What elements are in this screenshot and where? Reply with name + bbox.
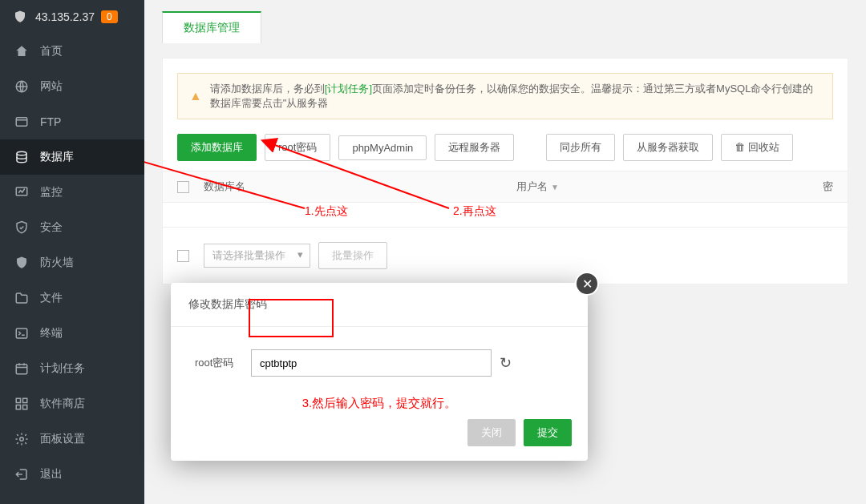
content-panel: ▲ 请添加数据库后，务必到[计划任务]页面添加定时备份任务，以确保您的数据安全。… [162,58,848,284]
svg-point-2 [17,151,26,155]
modal-close-button[interactable]: ✕ [575,272,599,296]
terminal-icon [14,326,29,341]
sidebar-item-label: 终端 [40,326,63,341]
tabs-row: 数据库管理 [144,0,866,43]
sidebar-item-cron[interactable]: 计划任务 [0,351,144,386]
root-pwd-button[interactable]: root密码 [265,134,330,161]
home-icon [14,44,29,58]
warning-bar: ▲ 请添加数据库后，务必到[计划任务]页面添加定时备份任务，以确保您的数据安全。… [177,73,833,119]
sidebar-item-security[interactable]: 安全 [0,210,144,245]
apps-icon [14,397,29,411]
batch-select[interactable]: 请选择批量操作 [204,244,310,268]
get-from-server-button[interactable]: 从服务器获取 [623,134,713,161]
batch-row: 请选择批量操作 批量操作 [163,227,848,284]
server-ip: 43.135.2.37 [35,10,95,23]
root-password-label: root密码 [195,356,251,370]
svg-point-10 [20,437,24,442]
sync-all-button[interactable]: 同步所有 [546,134,615,161]
logout-icon [14,467,29,482]
sidebar-item-firewall[interactable]: 防火墙 [0,245,144,280]
svg-rect-7 [23,398,27,402]
root-password-modal: ✕ 修改数据库密码 root密码 ↻ 3.然后输入密码，提交就行。 关闭 提交 [171,283,588,461]
col-password[interactable]: 密 [677,179,833,194]
svg-rect-1 [16,118,27,127]
sidebar-item-label: 监控 [40,185,63,200]
sidebar: 43.135.2.37 0 首页 网站 FTP 数据库 监控 安全 防火墙 文件… [0,0,144,504]
trash-icon: 🗑 [734,141,745,153]
phpmyadmin-button[interactable]: phpMyAdmin [338,135,427,160]
shield-icon [13,10,27,24]
monitor-icon [14,185,29,200]
refresh-icon[interactable]: ↻ [500,354,512,372]
cron-link[interactable]: [计划任务] [325,83,372,95]
modal-footer: 关闭 提交 [171,419,588,461]
sort-caret-icon: ▼ [551,183,559,192]
database-icon [14,150,29,164]
calendar-icon [14,361,29,376]
table-header: 数据库名 用户名▼ 密 [163,171,848,203]
warning-text: 请添加数据库后，务必到[计划任务]页面添加定时备份任务，以确保您的数据安全。温馨… [210,82,821,111]
modal-close-btn[interactable]: 关闭 [467,419,516,446]
toolbar: 添加数据库 root密码 phpMyAdmin 远程服务器 同步所有 从服务器获… [163,119,848,171]
sidebar-item-label: 防火墙 [40,256,74,270]
sidebar-item-website[interactable]: 网站 [0,69,144,104]
add-db-button[interactable]: 添加数据库 [177,134,257,161]
sidebar-item-label: 面板设置 [40,432,85,446]
sidebar-item-label: 软件商店 [40,397,85,411]
svg-rect-5 [16,365,27,374]
notification-badge[interactable]: 0 [101,10,118,23]
remote-server-button[interactable]: 远程服务器 [435,134,514,161]
sidebar-item-logout[interactable]: 退出 [0,457,144,492]
sidebar-item-home[interactable]: 首页 [0,34,144,69]
modal-body: root密码 ↻ [171,327,588,391]
col-db-name[interactable]: 数据库名 [204,179,516,194]
tab-db-manage[interactable]: 数据库管理 [162,11,261,43]
annotation-step3: 3.然后输入密码，提交就行。 [171,391,588,419]
firewall-icon [14,256,29,270]
col-username[interactable]: 用户名▼ [516,179,677,194]
batch-checkbox[interactable] [177,250,189,262]
sidebar-item-terminal[interactable]: 终端 [0,316,144,351]
recycle-button[interactable]: 🗑回收站 [721,134,793,161]
select-all-checkbox[interactable] [177,181,189,193]
sidebar-item-monitor[interactable]: 监控 [0,175,144,210]
warning-icon: ▲ [189,89,202,103]
gear-icon [14,432,29,446]
sidebar-item-files[interactable]: 文件 [0,280,144,316]
sidebar-item-label: 首页 [40,44,63,58]
root-password-input[interactable] [251,349,492,377]
svg-rect-8 [16,405,20,409]
svg-rect-4 [16,329,27,338]
globe-icon [14,79,29,94]
shield-check-icon [14,220,29,235]
sidebar-item-label: 安全 [40,220,63,235]
sidebar-item-store[interactable]: 软件商店 [0,386,144,421]
sidebar-header: 43.135.2.37 0 [0,0,144,34]
sidebar-item-database[interactable]: 数据库 [0,139,144,175]
batch-action-button[interactable]: 批量操作 [318,242,387,269]
sidebar-item-label: 数据库 [40,150,74,164]
sidebar-item-settings[interactable]: 面板设置 [0,421,144,457]
sidebar-item-ftp[interactable]: FTP [0,104,144,139]
ftp-icon [14,115,29,129]
svg-rect-6 [16,398,20,402]
sidebar-item-label: FTP [40,115,61,128]
sidebar-item-label: 退出 [40,467,63,482]
modal-submit-btn[interactable]: 提交 [524,419,572,446]
modal-title: 修改数据库密码 [171,283,588,327]
sidebar-item-label: 网站 [40,79,63,94]
sidebar-item-label: 文件 [40,291,63,305]
svg-rect-9 [23,405,27,409]
folder-icon [14,291,29,305]
sidebar-item-label: 计划任务 [40,361,85,376]
